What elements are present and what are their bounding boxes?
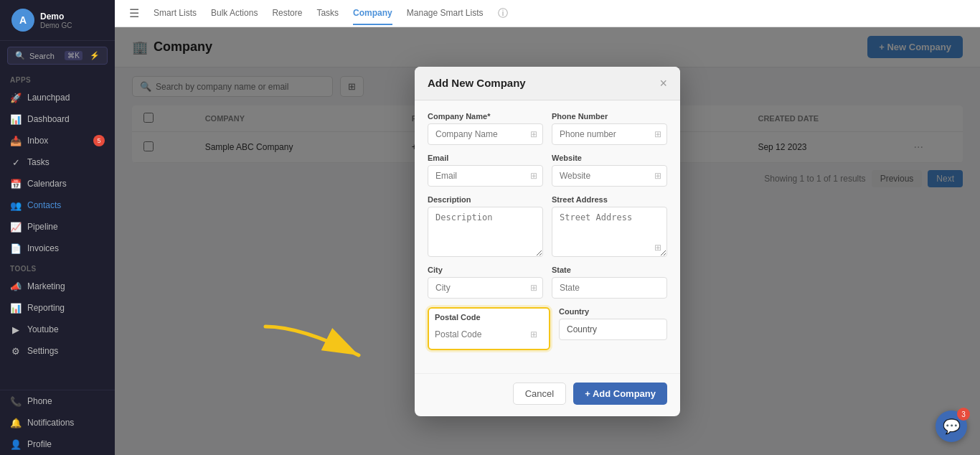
phone-expand-icon: ⊞ xyxy=(654,129,661,139)
search-button[interactable]: 🔍 Search ⌘K ⚡ xyxy=(7,47,108,65)
apps-section-label: APPS xyxy=(0,70,115,87)
sidebar-item-inbox[interactable]: 📥 Inbox 5 xyxy=(0,130,115,151)
modal-overlay: Add New Company × Company Name* ⊞ xyxy=(115,27,980,455)
company-name-input[interactable] xyxy=(428,123,543,145)
tab-smart-lists[interactable]: Smart Lists xyxy=(154,2,197,25)
country-select[interactable]: Country United States Canada United King… xyxy=(559,319,667,340)
sidebar-item-label: Marketing xyxy=(27,281,65,291)
email-expand-icon: ⊞ xyxy=(530,171,537,181)
phone-number-label: Phone Number xyxy=(552,112,667,121)
state-input[interactable] xyxy=(552,277,667,299)
tab-company[interactable]: Company xyxy=(353,2,392,25)
hamburger-icon[interactable]: ☰ xyxy=(129,6,139,20)
field-country: Country Country United States Canada Uni… xyxy=(559,307,667,350)
sidebar-item-label: Settings xyxy=(27,346,58,356)
notifications-icon: 🔔 xyxy=(10,417,22,428)
city-input[interactable] xyxy=(428,277,543,299)
field-website: Website ⊞ xyxy=(552,154,667,187)
sidebar-item-reporting[interactable]: 📊 Reporting xyxy=(0,297,115,319)
company-name-input-wrapper: ⊞ xyxy=(428,123,543,145)
sidebar-item-marketing[interactable]: 📣 Marketing xyxy=(0,276,115,297)
tab-bulk-actions[interactable]: Bulk Actions xyxy=(211,2,258,25)
sidebar-item-label: Inbox xyxy=(27,136,48,146)
demo-name: Demo xyxy=(40,11,72,22)
contacts-icon: 👥 xyxy=(10,200,22,211)
chat-badge: 3 xyxy=(957,408,970,421)
sidebar-item-label: Pipeline xyxy=(27,222,58,232)
search-shortcut: ⌘K xyxy=(65,51,83,60)
sidebar-logo: A Demo Demo GC xyxy=(0,0,115,41)
launchpad-icon: 🚀 xyxy=(10,92,22,103)
street-textarea[interactable] xyxy=(552,207,667,257)
sidebar-item-label: Phone xyxy=(27,396,52,406)
sidebar-item-contacts[interactable]: 👥 Contacts xyxy=(0,194,115,216)
sidebar: A Demo Demo GC 🔍 Search ⌘K ⚡ APPS 🚀 Laun… xyxy=(0,0,115,455)
modal-footer: Cancel + Add Company xyxy=(415,373,680,416)
add-company-modal: Add New Company × Company Name* ⊞ xyxy=(415,67,680,416)
sidebar-item-label: Tasks xyxy=(27,157,50,167)
tab-restore[interactable]: Restore xyxy=(272,2,302,25)
phone-input[interactable] xyxy=(552,123,667,145)
sidebar-search-area: 🔍 Search ⌘K ⚡ xyxy=(0,41,115,70)
sidebar-item-pipeline[interactable]: 📈 Pipeline xyxy=(0,216,115,238)
modal-row-5: Postal Code ⊞ Country Country xyxy=(428,307,667,350)
marketing-icon: 📣 xyxy=(10,281,22,292)
field-email: Email ⊞ xyxy=(428,154,543,187)
sidebar-item-youtube[interactable]: ▶ Youtube xyxy=(0,319,115,340)
sidebar-item-settings[interactable]: ⚙ Settings xyxy=(0,340,115,362)
field-company-name: Company Name* ⊞ xyxy=(428,112,543,145)
sidebar-item-launchpad[interactable]: 🚀 Launchpad xyxy=(0,87,115,108)
modal-row-3: Description Street Address ⊞ xyxy=(428,195,667,257)
sidebar-item-phone[interactable]: 📞 Phone xyxy=(0,390,115,412)
modal-close-button[interactable]: × xyxy=(659,77,667,90)
search-label: Search xyxy=(29,52,55,60)
tab-tasks[interactable]: Tasks xyxy=(316,2,339,25)
field-description: Description xyxy=(428,195,543,257)
sidebar-item-tasks[interactable]: ✓ Tasks xyxy=(0,151,115,173)
dashboard-icon: 📊 xyxy=(10,113,22,125)
field-city: City ⊞ xyxy=(428,266,543,299)
field-expand-icon: ⊞ xyxy=(530,129,537,139)
sidebar-item-invoices[interactable]: 📄 Invoices xyxy=(0,238,115,259)
sidebar-item-profile[interactable]: 👤 Profile xyxy=(0,433,115,455)
website-input-wrapper: ⊞ xyxy=(552,165,667,187)
avatar: A xyxy=(11,9,34,32)
field-state: State xyxy=(552,266,667,299)
modal-row-2: Email ⊞ Website ⊞ xyxy=(428,154,667,187)
country-label: Country xyxy=(559,307,667,316)
sidebar-item-label: Youtube xyxy=(27,324,59,334)
help-icon[interactable]: ⓘ xyxy=(498,7,508,20)
sidebar-item-label: Invoices xyxy=(27,243,59,253)
content-area: 🏢 Company + New Company 🔍 ⊞ xyxy=(115,27,980,455)
description-textarea[interactable] xyxy=(428,207,543,257)
email-input[interactable] xyxy=(428,165,543,187)
arrow-annotation xyxy=(244,319,387,384)
website-input[interactable] xyxy=(552,165,667,187)
sidebar-item-calendars[interactable]: 📅 Calendars xyxy=(0,173,115,194)
sidebar-item-label: Contacts xyxy=(27,200,61,210)
chat-bubble[interactable]: 💬 3 xyxy=(936,411,967,442)
tab-manage-smart-lists[interactable]: Manage Smart Lists xyxy=(407,2,484,25)
street-expand-icon: ⊞ xyxy=(654,243,661,253)
modal-row-4: City ⊞ State xyxy=(428,266,667,299)
modal-title: Add New Company xyxy=(428,77,526,89)
sidebar-item-label: Dashboard xyxy=(27,114,70,124)
sidebar-item-dashboard[interactable]: 📊 Dashboard xyxy=(0,108,115,130)
main-area: ☰ Smart Lists Bulk Actions Restore Tasks… xyxy=(115,0,980,455)
website-label: Website xyxy=(552,154,667,162)
street-input-wrapper: ⊞ xyxy=(552,207,667,257)
field-street-address: Street Address ⊞ xyxy=(552,195,667,257)
company-name-label: Company Name* xyxy=(428,112,543,121)
description-label: Description xyxy=(428,195,543,204)
reporting-icon: 📊 xyxy=(10,302,22,314)
state-label: State xyxy=(552,266,667,274)
modal-header: Add New Company × xyxy=(415,67,680,100)
cancel-button[interactable]: Cancel xyxy=(513,383,566,405)
postal-code-input[interactable] xyxy=(435,324,543,344)
sidebar-item-notifications[interactable]: 🔔 Notifications xyxy=(0,412,115,433)
street-label: Street Address xyxy=(552,195,667,204)
add-company-button[interactable]: + Add Company xyxy=(573,383,667,405)
field-postal-code: Postal Code ⊞ xyxy=(428,307,550,350)
settings-icon: ⚙ xyxy=(10,345,22,357)
phone-input-wrapper: ⊞ xyxy=(552,123,667,145)
